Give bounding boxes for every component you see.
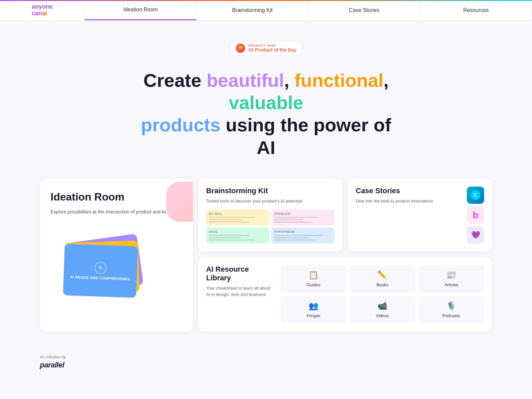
copilot-icon-box: C bbox=[467, 187, 484, 204]
bk-line bbox=[274, 217, 318, 218]
people-icon: 👥 bbox=[309, 301, 319, 311]
case-stories-desc: Dive into the best AI product innovation… bbox=[356, 198, 462, 204]
bk-line bbox=[209, 221, 249, 223]
brainstorming-kit-title: Brainstorming Kit bbox=[206, 187, 334, 195]
ai-resource-title: AI Resource Library bbox=[206, 265, 273, 282]
nav-item-resources[interactable]: Resources bbox=[420, 0, 532, 20]
bk-line bbox=[274, 221, 312, 223]
bk-card-my-idea: My Idea bbox=[206, 209, 269, 225]
hero-headline: Create beautiful, functional, valuable p… bbox=[133, 69, 399, 159]
bk-line bbox=[209, 239, 255, 241]
brainstorming-kit-grid: My Idea Problem bbox=[206, 209, 334, 243]
headline-products: products bbox=[141, 114, 221, 135]
ai-resource-card[interactable]: AI Resource Library Your cheatsheet to l… bbox=[198, 257, 492, 332]
ideation-room-title: Ideation Room bbox=[51, 191, 182, 203]
ar-item-videos[interactable]: 📹 Videos bbox=[349, 296, 415, 324]
ar-item-people[interactable]: 👥 People bbox=[281, 296, 346, 324]
bk-line bbox=[274, 239, 316, 241]
case-stories-card[interactable]: Case Stories Dive into the best AI produ… bbox=[348, 179, 492, 252]
brainstorming-kit-desc: Tested tools to discover your product's … bbox=[206, 198, 334, 204]
hero-section: 🏆 PRODUCT HUNT #2 Product of the Day Cre… bbox=[0, 21, 532, 172]
headline-beautiful: beautiful bbox=[206, 70, 284, 91]
books-icon: ✏️ bbox=[377, 270, 387, 280]
cards-top-row: Brainstorming Kit Tested tools to discov… bbox=[198, 179, 492, 252]
card-stack: parallel parallel ↻ AI READS AND COMPREH… bbox=[64, 230, 147, 297]
cards-right-column: Brainstorming Kit Tested tools to discov… bbox=[198, 179, 492, 332]
bk-line bbox=[274, 237, 309, 238]
ar-item-podcasts[interactable]: 🎙️ Podcasts bbox=[419, 296, 484, 324]
nav-item-case-stories[interactable]: Case Stories bbox=[309, 0, 420, 20]
ar-item-books[interactable]: ✏️ Books bbox=[349, 265, 415, 293]
product-hunt-icon: 🏆 bbox=[236, 44, 245, 53]
bk-card-goal: Goal bbox=[206, 227, 269, 243]
ai-resource-desc: Your cheatsheet to learn all about AI in… bbox=[206, 285, 273, 298]
deck-card-icon: ↻ bbox=[94, 262, 107, 274]
case-stories-icons: C b 💜 bbox=[467, 187, 484, 244]
bk-line bbox=[274, 235, 323, 236]
nav-item-ideation-room[interactable]: Ideation Room bbox=[85, 0, 197, 20]
guides-icon: 📋 bbox=[309, 270, 319, 280]
case-stories-content: Case Stories Dive into the best AI produ… bbox=[356, 187, 462, 244]
product-hunt-text: PRODUCT HUNT #2 Product of the Day bbox=[248, 44, 296, 53]
bk-line bbox=[209, 219, 243, 220]
ideation-room-desc: Explore possibilities at the intersectio… bbox=[51, 208, 182, 215]
case-stories-title: Case Stories bbox=[356, 187, 462, 195]
bk-line bbox=[209, 235, 249, 236]
deck-card-blue: ↻ AI READS AND COMPREHENDS bbox=[63, 244, 138, 298]
bk-line bbox=[209, 217, 255, 218]
app-icon-pink: b bbox=[467, 206, 484, 224]
ideation-room-visual: parallel parallel ↻ AI READS AND COMPREH… bbox=[51, 223, 182, 297]
cards-section: Ideation Room Explore possibilities at t… bbox=[0, 172, 532, 345]
svg-text:C: C bbox=[474, 193, 477, 198]
brainstorming-kit-card[interactable]: Brainstorming Kit Tested tools to discov… bbox=[198, 179, 342, 252]
bk-line bbox=[209, 237, 241, 238]
app-icon-purple: 💜 bbox=[467, 226, 484, 244]
logo: anyonecanai bbox=[32, 4, 53, 17]
nav-item-brainstorming-kit[interactable]: Brainstorming Kit bbox=[197, 0, 308, 20]
ar-item-articles[interactable]: 📰 Articles bbox=[419, 265, 484, 293]
nav-logo[interactable]: anyonecanai bbox=[0, 0, 85, 20]
deck-card-text: AI READS AND COMPREHENDS bbox=[70, 275, 130, 281]
ai-resource-grid: 📋 Guides ✏️ Books 📰 Articles 👥 People 📹 bbox=[281, 265, 484, 324]
ar-item-guides[interactable]: 📋 Guides bbox=[281, 265, 346, 293]
ai-resource-content: AI Resource Library Your cheatsheet to l… bbox=[206, 265, 273, 324]
podcasts-icon: 🎙️ bbox=[446, 301, 456, 311]
pink-blob-decoration bbox=[166, 182, 193, 222]
footer-brand-name: parallel bbox=[40, 361, 492, 369]
bk-card-problem: Problem bbox=[271, 209, 334, 225]
card-deck: parallel parallel ↻ AI READS AND COMPREH… bbox=[64, 230, 147, 297]
bk-card-hypothesis: Hypothesis bbox=[271, 227, 334, 243]
articles-icon: 📰 bbox=[446, 270, 456, 280]
headline-valuable: valuable bbox=[229, 92, 303, 113]
ideation-room-card[interactable]: Ideation Room Explore possibilities at t… bbox=[40, 179, 193, 332]
bk-line bbox=[274, 219, 303, 220]
footer-initiative-label: An initiative by bbox=[40, 355, 492, 359]
headline-functional: functional bbox=[295, 70, 384, 91]
product-hunt-badge[interactable]: 🏆 PRODUCT HUNT #2 Product of the Day bbox=[229, 41, 303, 56]
nav-top-bar bbox=[0, 0, 532, 1]
footer: An initiative by parallel bbox=[0, 345, 532, 383]
navbar: anyonecanai Ideation Room Brainstorming … bbox=[0, 0, 532, 21]
nav-items: Ideation Room Brainstorming Kit Case Sto… bbox=[85, 0, 532, 20]
videos-icon: 📹 bbox=[377, 301, 387, 311]
